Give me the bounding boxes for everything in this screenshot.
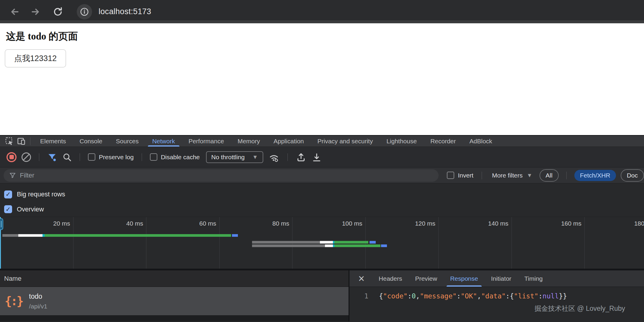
waterfall-bar-segment[interactable] xyxy=(325,244,333,247)
tab-adblock[interactable]: AdBlock xyxy=(463,136,499,147)
toolbar-divider xyxy=(30,137,30,145)
waterfall-bar-segment[interactable] xyxy=(320,241,333,244)
overview-tick-label: 100 ms xyxy=(342,220,362,227)
type-filter-doc[interactable]: Doc xyxy=(621,169,644,182)
requests-table-header[interactable]: Name xyxy=(0,270,349,287)
waterfall-bar-segment[interactable] xyxy=(18,234,43,237)
invert-option: Invert xyxy=(447,172,473,179)
tab-recorder[interactable]: Recorder xyxy=(424,136,462,147)
option-label-overview: Overview xyxy=(17,206,44,213)
type-filter-fetch-xhr[interactable]: Fetch/XHR xyxy=(574,170,616,181)
overview-tick-label: 80 ms xyxy=(272,220,289,227)
waterfall-bar-segment[interactable] xyxy=(43,234,45,237)
detail-tab-headers[interactable]: Headers xyxy=(372,270,408,287)
network-conditions-icon[interactable] xyxy=(268,152,279,163)
detail-tab-preview[interactable]: Preview xyxy=(408,270,444,287)
waterfall-bar-segment[interactable] xyxy=(334,244,380,247)
actionbar-divider xyxy=(142,153,142,161)
overview-gridline xyxy=(146,217,146,269)
inspect-icon[interactable] xyxy=(4,137,15,146)
name-column-header[interactable]: Name xyxy=(4,275,22,282)
tab-elements[interactable]: Elements xyxy=(33,136,73,147)
json-token-punct: : xyxy=(457,292,461,300)
waterfall-bar-segment[interactable] xyxy=(381,244,387,247)
waterfall-bar-segment[interactable] xyxy=(232,234,238,237)
filter-toggle-icon[interactable] xyxy=(47,152,57,162)
import-har-icon[interactable] xyxy=(311,152,322,162)
tab-network[interactable]: Network xyxy=(146,136,182,147)
actionbar-divider xyxy=(287,153,288,161)
json-token-punct: { xyxy=(379,292,383,300)
checkbox-big-request-rows[interactable]: ✓ xyxy=(4,190,12,198)
overview-gridline xyxy=(584,217,585,269)
throttling-select[interactable]: No throttling ▼ xyxy=(206,151,263,163)
waterfall-bar-segment[interactable] xyxy=(370,241,376,244)
json-icon: {:} xyxy=(5,294,22,308)
back-icon[interactable] xyxy=(8,6,20,18)
more-filters-button[interactable]: More filters ▼ xyxy=(492,172,532,179)
filter-input[interactable] xyxy=(20,172,433,179)
tab-lighthouse[interactable]: Lighthouse xyxy=(380,136,424,147)
site-info-chip[interactable] xyxy=(77,4,92,19)
waterfall-bar-segment[interactable] xyxy=(45,234,231,237)
response-code-line: 1 {"code":0,"message":"OK","data":{"list… xyxy=(349,287,644,300)
tab-sources[interactable]: Sources xyxy=(109,136,146,147)
response-body: 1 {"code":0,"message":"OK","data":{"list… xyxy=(349,287,644,321)
json-token-punct: , xyxy=(416,292,420,300)
filter-cluster: Invert More filters ▼ AllFetch/XHRDoc xyxy=(447,169,644,182)
tab-application[interactable]: Application xyxy=(267,136,311,147)
preserve-log-option: Preserve log xyxy=(88,153,134,161)
disable-cache-checkbox[interactable] xyxy=(150,153,157,161)
detail-tab-timing[interactable]: Timing xyxy=(518,270,549,287)
filter-input-wrap xyxy=(4,169,439,182)
json-token-string: "code" xyxy=(383,292,408,300)
url-text[interactable]: localhost:5173 xyxy=(99,7,151,16)
type-filter-all[interactable]: All xyxy=(540,169,559,182)
json-token-string: "data" xyxy=(481,292,506,300)
overview-tick-label: 120 ms xyxy=(415,220,435,227)
overview-window-grip[interactable] xyxy=(0,218,3,230)
detail-tab-initiator[interactable]: Initiator xyxy=(485,270,518,287)
overview-tick-label: 160 ms xyxy=(561,220,581,227)
more-filters-label: More filters xyxy=(492,172,523,179)
network-overview-timeline[interactable]: 20 ms40 ms60 ms80 ms100 ms120 ms140 ms16… xyxy=(0,217,644,269)
option-label-big-request-rows: Big request rows xyxy=(17,190,65,198)
clear-button[interactable] xyxy=(22,152,31,162)
overview-gridline xyxy=(219,217,220,269)
option-overview: ✓Overview xyxy=(4,203,644,216)
actionbar-divider xyxy=(80,153,80,161)
checkbox-overview[interactable]: ✓ xyxy=(4,205,12,213)
waterfall-bar-segment[interactable] xyxy=(252,244,325,247)
tab-performance[interactable]: Performance xyxy=(182,136,231,147)
reload-icon[interactable] xyxy=(52,6,64,18)
json-token-punct: : xyxy=(538,292,542,300)
export-har-icon[interactable] xyxy=(296,152,306,162)
detail-tab-response[interactable]: Response xyxy=(444,270,485,287)
forward-icon[interactable] xyxy=(30,6,42,18)
waterfall-bar-segment[interactable] xyxy=(334,241,368,244)
request-row-todo[interactable]: {:}todo/api/v1 xyxy=(0,287,349,315)
tab-privacy-and-security[interactable]: Privacy and security xyxy=(310,136,380,147)
device-toolbar-icon[interactable] xyxy=(15,137,27,146)
todo-button[interactable]: 点我123312 xyxy=(5,49,66,68)
network-bottom-split: Name {:}todo/api/v1 × HeadersPreviewResp… xyxy=(0,269,644,321)
info-icon xyxy=(80,7,89,17)
invert-label: Invert xyxy=(458,172,473,179)
tab-memory[interactable]: Memory xyxy=(231,136,267,147)
disable-cache-label: Disable cache xyxy=(161,154,200,161)
search-icon[interactable] xyxy=(62,152,72,162)
preserve-log-checkbox[interactable] xyxy=(88,153,95,161)
throttling-value: No throttling xyxy=(211,154,245,161)
close-icon[interactable]: × xyxy=(358,273,365,284)
json-token-punct: , xyxy=(477,292,481,300)
invert-checkbox[interactable] xyxy=(447,172,454,179)
record-button[interactable] xyxy=(6,152,17,162)
line-number: 1 xyxy=(349,292,368,300)
waterfall-bar-segment[interactable] xyxy=(2,234,18,237)
json-token-string: "OK" xyxy=(461,292,477,300)
response-json: {"code":0,"message":"OK","data":{"list":… xyxy=(379,292,567,300)
waterfall-bar-segment[interactable] xyxy=(252,241,320,244)
overview-tick-label: 180 ms xyxy=(634,220,644,227)
tab-console[interactable]: Console xyxy=(73,136,109,147)
screen: localhost:5173 这是 todo 的页面 点我123312 Elem… xyxy=(0,0,644,322)
